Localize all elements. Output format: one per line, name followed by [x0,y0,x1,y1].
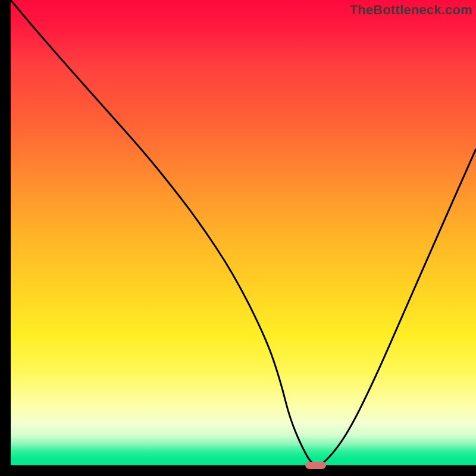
plot-area: TheBottleneck.com [11,0,476,465]
optimal-marker [305,462,326,469]
chart-frame: TheBottleneck.com [0,0,476,476]
curve-path [11,0,476,465]
bottleneck-curve [11,0,476,465]
